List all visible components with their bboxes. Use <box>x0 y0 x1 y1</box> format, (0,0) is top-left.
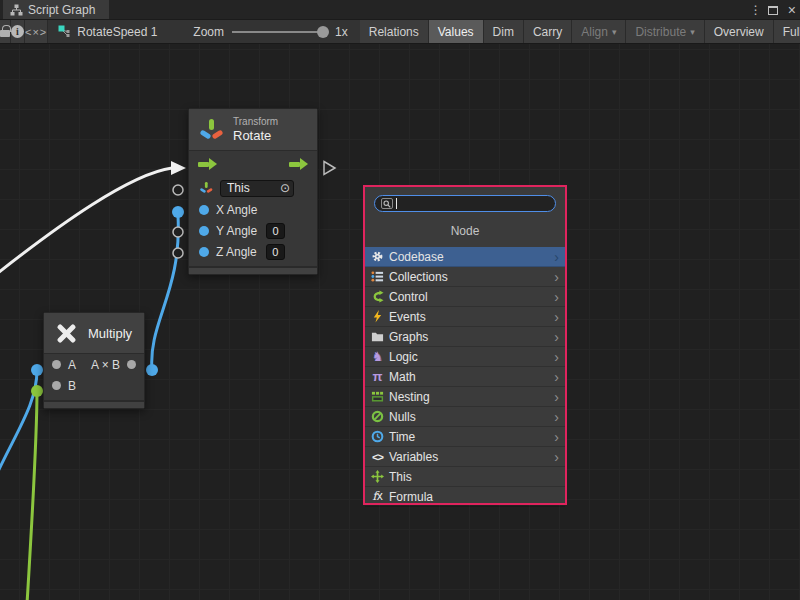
node-category: Transform <box>233 116 278 128</box>
wire-end-dot <box>146 364 158 376</box>
close-icon[interactable]: × <box>788 5 796 15</box>
code-icon: <×> <box>25 26 47 38</box>
chevron-right-icon: › <box>554 330 559 344</box>
node-footer <box>44 400 144 408</box>
finder-item-logic[interactable]: ♞ Logic › <box>365 347 565 367</box>
xangle-label: X Angle <box>216 203 257 217</box>
chevron-right-icon: › <box>554 290 559 304</box>
window-controls: ⋮ × <box>750 0 796 20</box>
toolbar-button-relations[interactable]: Relations <box>360 20 429 43</box>
zoom-slider-handle[interactable] <box>317 26 329 38</box>
node-title: Rotate <box>233 128 278 143</box>
clock-icon <box>370 430 385 444</box>
toolbar-button-carry[interactable]: Carry <box>524 20 572 43</box>
breadcrumb-label: RotateSpeed 1 <box>77 25 157 39</box>
this-field-value: This <box>227 181 250 195</box>
code-view-button[interactable]: <×> <box>25 20 48 43</box>
null-icon <box>370 410 385 424</box>
search-input[interactable] <box>374 195 556 212</box>
graph-canvas[interactable]: Transform Rotate This ⊙ <box>0 44 800 600</box>
xangle-port[interactable] <box>199 205 209 215</box>
zoom-slider[interactable] <box>232 31 327 33</box>
knight-icon: ♞ <box>370 350 385 364</box>
toolbar-button-dim[interactable]: Dim <box>484 20 524 43</box>
yangle-port-outer[interactable] <box>173 227 183 237</box>
input-b-dot[interactable] <box>31 385 43 397</box>
finder-item-variables[interactable]: <> Variables › <box>365 447 565 467</box>
input-b-wire <box>27 391 37 600</box>
finder-item-formula[interactable]: fx Formula <box>365 487 565 507</box>
rotate-node[interactable]: Transform Rotate This ⊙ <box>188 108 318 275</box>
multiply-a-port[interactable] <box>52 360 61 369</box>
this-port-outer[interactable] <box>173 185 183 195</box>
finder-item-control[interactable]: Control › <box>365 287 565 307</box>
object-picker-icon[interactable]: ⊙ <box>280 181 290 195</box>
zangle-port-outer[interactable] <box>173 248 183 258</box>
lock-button[interactable] <box>0 20 11 43</box>
graph-node-icon <box>58 25 71 38</box>
finder-item-events[interactable]: Events › <box>365 307 565 327</box>
toolbar-button-values[interactable]: Values <box>429 20 484 43</box>
inspect-button[interactable]: i <box>11 20 25 43</box>
chevron-right-icon: › <box>554 250 559 264</box>
zoom-value: 1x <box>335 25 348 39</box>
flow-input-port[interactable] <box>198 158 217 170</box>
finder-list: Codebase › Collections › Control › Event… <box>365 247 565 507</box>
xangle-connection-dot[interactable] <box>172 206 184 218</box>
search-icon <box>381 198 393 209</box>
multiply-node[interactable]: Multiply A A × B B <box>43 312 145 409</box>
transform-mini-icon <box>199 181 213 195</box>
finder-item-nulls[interactable]: Nulls › <box>365 407 565 427</box>
finder-item-math[interactable]: π Math › <box>365 367 565 387</box>
finder-item-graphs[interactable]: Graphs › <box>365 327 565 347</box>
chevron-right-icon: › <box>554 310 559 324</box>
script-graph-window: Script Graph ⋮ × i <×> RotateSpeed 1 <box>0 0 800 600</box>
breadcrumb[interactable]: RotateSpeed 1 <box>48 20 169 43</box>
finder-item-nesting[interactable]: Nesting › <box>365 387 565 407</box>
toolbar-button-align[interactable]: Align ▾ <box>572 20 626 43</box>
multiply-out-port[interactable] <box>127 360 136 369</box>
finder-item-codebase[interactable]: Codebase › <box>365 247 565 267</box>
this-object-field[interactable]: This ⊙ <box>220 180 294 197</box>
gear-icon <box>370 250 385 264</box>
toolbar-button-full-screen[interactable]: Full Screen <box>774 20 800 43</box>
chevron-right-icon: › <box>554 410 559 424</box>
yangle-value-field[interactable]: 0 <box>266 223 285 239</box>
flow-output-port[interactable] <box>289 158 308 170</box>
finder-item-this[interactable]: This <box>365 467 565 487</box>
multiply-icon <box>53 320 79 346</box>
variables-icon: <> <box>370 450 385 464</box>
zangle-port[interactable] <box>199 247 209 257</box>
multiply-to-xangle-wire <box>152 216 179 370</box>
chevron-right-icon: › <box>554 430 559 444</box>
chevron-right-icon: › <box>554 270 559 284</box>
chevron-right-icon: › <box>554 450 559 464</box>
toolbar-button-overview[interactable]: Overview <box>705 20 774 43</box>
maximize-icon[interactable] <box>768 6 778 15</box>
tab-label: Script Graph <box>28 3 95 17</box>
chevron-right-icon: › <box>554 370 559 384</box>
zoom-label: Zoom <box>193 25 224 39</box>
info-icon: i <box>11 25 24 38</box>
multiply-node-header[interactable]: Multiply <box>44 313 144 354</box>
yangle-port[interactable] <box>199 226 209 236</box>
chevron-right-icon: › <box>554 350 559 364</box>
kebab-menu-icon[interactable]: ⋮ <box>750 3 758 17</box>
finder-item-collections[interactable]: Collections › <box>365 267 565 287</box>
transform-icon <box>198 117 224 143</box>
control-flow-icon <box>370 290 385 304</box>
yangle-label: Y Angle <box>216 224 257 238</box>
multiply-b-port[interactable] <box>52 381 61 390</box>
tab-script-graph[interactable]: Script Graph <box>3 0 109 19</box>
rotate-node-header[interactable]: Transform Rotate <box>189 109 317 151</box>
lightning-icon <box>370 310 385 324</box>
multiply-a-label: A <box>68 358 76 372</box>
title-bar: Script Graph ⋮ × <box>0 0 800 20</box>
multiply-out-label: A × B <box>91 358 120 372</box>
flow-output-outer[interactable] <box>324 162 335 175</box>
input-a-dot[interactable] <box>31 364 43 376</box>
finder-item-time[interactable]: Time › <box>365 427 565 447</box>
toolbar-buttons: Relations Values Dim Carry Align ▾ Distr… <box>360 20 800 43</box>
zangle-value-field[interactable]: 0 <box>266 244 285 260</box>
toolbar-button-distribute[interactable]: Distribute ▾ <box>626 20 704 43</box>
